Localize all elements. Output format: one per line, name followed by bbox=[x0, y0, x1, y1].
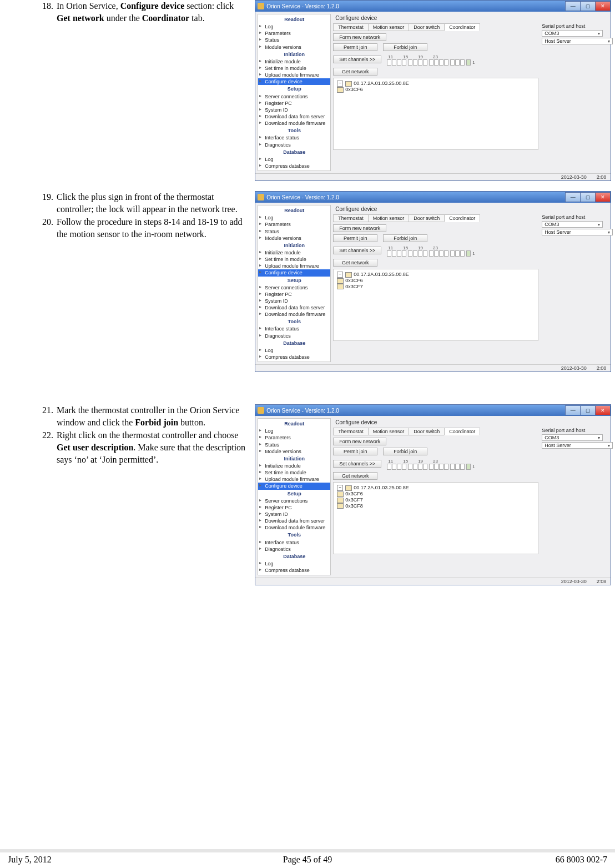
maximize-button[interactable]: ▢ bbox=[580, 1, 596, 11]
sidebar-item-download-firmware[interactable]: Download module firmware bbox=[258, 524, 330, 531]
sidebar-item-set-time[interactable]: Set time in module bbox=[258, 469, 330, 476]
sidebar-item-interface-status[interactable]: Interface status bbox=[258, 539, 330, 546]
sidebar-item-upload-firmware[interactable]: Upload module firmware bbox=[258, 476, 330, 483]
sidebar-item-log2[interactable]: Log bbox=[258, 560, 330, 567]
tab-thermostat[interactable]: Thermostat bbox=[333, 214, 369, 222]
tree-root[interactable]: −00.17.2A.01.03.25.00.8E bbox=[337, 81, 535, 87]
get-network-button[interactable]: Get network bbox=[333, 68, 377, 76]
expand-icon[interactable]: − bbox=[337, 81, 343, 87]
sidebar-item-parameters[interactable]: Parameters bbox=[258, 434, 330, 441]
host-select[interactable]: Host Server▾ bbox=[542, 38, 613, 44]
network-tree[interactable]: −00.17.2A.01.03.25.00.8E 0x3CF6 bbox=[333, 78, 538, 150]
sidebar-item-upload-firmware[interactable]: Upload module firmware bbox=[258, 263, 330, 269]
sidebar-item-set-time[interactable]: Set time in module bbox=[258, 256, 330, 263]
form-new-network-button[interactable]: Form new network bbox=[333, 224, 386, 232]
forbid-join-button[interactable]: Forbid join bbox=[383, 43, 427, 51]
tab-door-switch[interactable]: Door switch bbox=[409, 214, 445, 222]
tab-motion-sensor[interactable]: Motion sensor bbox=[368, 23, 410, 31]
forbid-join-button[interactable]: Forbid join bbox=[383, 234, 427, 242]
minimize-button[interactable]: — bbox=[565, 192, 581, 202]
sidebar-item-log2[interactable]: Log bbox=[258, 156, 330, 163]
sidebar-item-diagnostics[interactable]: Diagnostics bbox=[258, 333, 330, 339]
sidebar-item-configure-device[interactable]: Configure device bbox=[258, 78, 330, 85]
sidebar-item-module-versions[interactable]: Module versions bbox=[258, 44, 330, 51]
host-select[interactable]: Host Server▾ bbox=[542, 229, 613, 235]
permit-join-button[interactable]: Permit join bbox=[333, 234, 377, 242]
set-channels-button[interactable]: Set channels >> bbox=[333, 56, 381, 63]
forbid-join-button[interactable]: Forbid join bbox=[383, 448, 427, 455]
sidebar-item-download-firmware[interactable]: Download module firmware bbox=[258, 120, 330, 127]
sidebar-item-interface-status[interactable]: Interface status bbox=[258, 325, 330, 332]
sidebar-item-status[interactable]: Status bbox=[258, 441, 330, 448]
sidebar-item-download-server[interactable]: Download data from server bbox=[258, 113, 330, 120]
sidebar-item-server-connections[interactable]: Server connections bbox=[258, 93, 330, 100]
sidebar-item-register-pc[interactable]: Register PC bbox=[258, 100, 330, 107]
sidebar-item-system-id[interactable]: System ID bbox=[258, 298, 330, 304]
com-port-select[interactable]: COM3▾ bbox=[542, 221, 603, 228]
sidebar-item-system-id[interactable]: System ID bbox=[258, 107, 330, 113]
tree-root[interactable]: −00.17.2A.01.03.25.00.8E bbox=[337, 485, 535, 491]
tab-coordinator[interactable]: Coordinator bbox=[444, 214, 480, 222]
set-channels-button[interactable]: Set channels >> bbox=[333, 247, 381, 254]
tree-node[interactable]: 0x3CF6 bbox=[337, 278, 535, 284]
tab-coordinator[interactable]: Coordinator bbox=[444, 23, 480, 31]
sidebar-item-register-pc[interactable]: Register PC bbox=[258, 291, 330, 298]
tab-thermostat[interactable]: Thermostat bbox=[333, 23, 369, 31]
sidebar-item-diagnostics[interactable]: Diagnostics bbox=[258, 142, 330, 148]
close-button[interactable]: ✕ bbox=[595, 405, 611, 415]
sidebar-item-configure-device[interactable]: Configure device bbox=[258, 483, 330, 489]
tree-node[interactable]: 0x3CF6 bbox=[337, 87, 535, 93]
close-button[interactable]: ✕ bbox=[595, 1, 611, 11]
expand-icon[interactable]: − bbox=[337, 272, 343, 278]
sidebar-item-module-versions[interactable]: Module versions bbox=[258, 448, 330, 455]
sidebar-item-compress-db[interactable]: Compress database bbox=[258, 567, 330, 574]
sidebar-item-initialize-module[interactable]: Initialize module bbox=[258, 58, 330, 65]
tree-node[interactable]: 0x3CF7 bbox=[337, 497, 535, 503]
tree-node[interactable]: 0x3CF8 bbox=[337, 503, 535, 509]
sidebar-item-server-connections[interactable]: Server connections bbox=[258, 284, 330, 291]
host-select[interactable]: Host Server▾ bbox=[542, 442, 613, 449]
close-button[interactable]: ✕ bbox=[595, 192, 611, 202]
sidebar-item-interface-status[interactable]: Interface status bbox=[258, 134, 330, 141]
tab-thermostat[interactable]: Thermostat bbox=[333, 428, 369, 435]
tab-door-switch[interactable]: Door switch bbox=[409, 428, 445, 435]
permit-join-button[interactable]: Permit join bbox=[333, 43, 377, 51]
minimize-button[interactable]: — bbox=[565, 405, 581, 415]
sidebar-item-status[interactable]: Status bbox=[258, 37, 330, 43]
tab-motion-sensor[interactable]: Motion sensor bbox=[368, 428, 410, 435]
sidebar-item-log[interactable]: Log bbox=[258, 23, 330, 30]
sidebar-item-initialize-module[interactable]: Initialize module bbox=[258, 463, 330, 469]
sidebar-item-diagnostics[interactable]: Diagnostics bbox=[258, 546, 330, 553]
sidebar-item-system-id[interactable]: System ID bbox=[258, 511, 330, 518]
tree-root[interactable]: −00.17.2A.01.03.25.00.8E bbox=[337, 272, 535, 278]
tab-motion-sensor[interactable]: Motion sensor bbox=[368, 214, 410, 222]
get-network-button[interactable]: Get network bbox=[333, 472, 377, 480]
form-new-network-button[interactable]: Form new network bbox=[333, 33, 386, 41]
sidebar-item-set-time[interactable]: Set time in module bbox=[258, 65, 330, 72]
sidebar-item-compress-db[interactable]: Compress database bbox=[258, 354, 330, 360]
com-port-select[interactable]: COM3▾ bbox=[542, 434, 603, 441]
sidebar-item-parameters[interactable]: Parameters bbox=[258, 221, 330, 228]
maximize-button[interactable]: ▢ bbox=[580, 405, 596, 415]
maximize-button[interactable]: ▢ bbox=[580, 192, 596, 202]
tab-coordinator[interactable]: Coordinator bbox=[444, 428, 480, 435]
sidebar-item-parameters[interactable]: Parameters bbox=[258, 30, 330, 37]
network-tree[interactable]: −00.17.2A.01.03.25.00.8E 0x3CF6 0x3CF7 0… bbox=[333, 482, 538, 554]
tree-node[interactable]: 0x3CF7 bbox=[337, 284, 535, 290]
sidebar-item-download-server[interactable]: Download data from server bbox=[258, 304, 330, 311]
sidebar-item-configure-device[interactable]: Configure device bbox=[258, 269, 330, 276]
sidebar-item-module-versions[interactable]: Module versions bbox=[258, 235, 330, 242]
sidebar-item-server-connections[interactable]: Server connections bbox=[258, 498, 330, 504]
sidebar-item-register-pc[interactable]: Register PC bbox=[258, 504, 330, 511]
minimize-button[interactable]: — bbox=[565, 1, 581, 11]
form-new-network-button[interactable]: Form new network bbox=[333, 438, 386, 445]
sidebar-item-compress-db[interactable]: Compress database bbox=[258, 163, 330, 169]
com-port-select[interactable]: COM3▾ bbox=[542, 30, 603, 37]
get-network-button[interactable]: Get network bbox=[333, 259, 377, 267]
sidebar-item-initialize-module[interactable]: Initialize module bbox=[258, 249, 330, 256]
set-channels-button[interactable]: Set channels >> bbox=[333, 460, 381, 468]
sidebar-item-log[interactable]: Log bbox=[258, 428, 330, 434]
sidebar-item-log[interactable]: Log bbox=[258, 214, 330, 221]
network-tree[interactable]: −00.17.2A.01.03.25.00.8E 0x3CF6 0x3CF7 bbox=[333, 269, 538, 341]
tab-door-switch[interactable]: Door switch bbox=[409, 23, 445, 31]
